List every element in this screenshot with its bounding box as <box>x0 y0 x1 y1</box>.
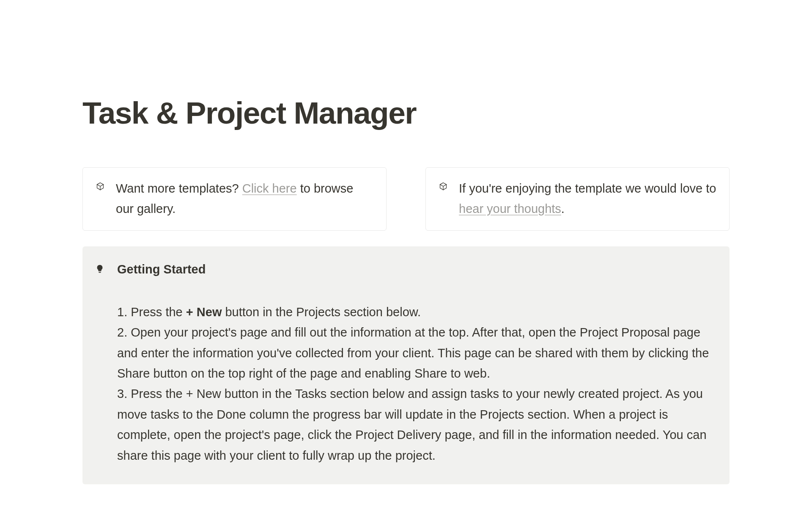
step-1-prefix: 1. Press the <box>117 305 186 319</box>
getting-started-callout[interactable]: Getting Started 1. Press the + New butto… <box>82 246 730 484</box>
step-1-bold: + New <box>186 305 222 319</box>
getting-started-content: Getting Started 1. Press the + New butto… <box>117 262 717 466</box>
click-here-link[interactable]: Click here <box>242 182 297 195</box>
step-3: 3. Press the + New button in the Tasks s… <box>117 384 717 466</box>
callout-feedback[interactable]: If you're enjoying the template we would… <box>425 167 730 231</box>
callout-text-suffix: . <box>561 202 565 215</box>
callout-row: Want more templates? Click here to brows… <box>82 167 730 231</box>
hear-your-thoughts-link[interactable]: hear your thoughts <box>459 202 561 215</box>
page-content: Task & Project Manager Want more templat… <box>0 0 812 484</box>
step-1-suffix: button in the Projects section below. <box>222 305 421 319</box>
getting-started-heading: Getting Started <box>117 262 717 276</box>
step-1: 1. Press the + New button in the Project… <box>117 302 717 322</box>
getting-started-steps: 1. Press the + New button in the Project… <box>117 302 717 466</box>
step-2: 2. Open your project's page and fill out… <box>117 322 717 384</box>
callout-templates-text: Want more templates? Click here to brows… <box>116 179 373 219</box>
lightbulb-icon <box>95 264 104 273</box>
callout-templates[interactable]: Want more templates? Click here to brows… <box>82 167 387 231</box>
cube-icon <box>439 182 448 191</box>
page-title[interactable]: Task & Project Manager <box>82 97 730 128</box>
callout-text-prefix: Want more templates? <box>116 182 242 195</box>
callout-text-prefix: If you're enjoying the template we would… <box>459 182 716 195</box>
callout-feedback-text: If you're enjoying the template we would… <box>459 179 716 219</box>
cube-icon <box>96 182 105 191</box>
